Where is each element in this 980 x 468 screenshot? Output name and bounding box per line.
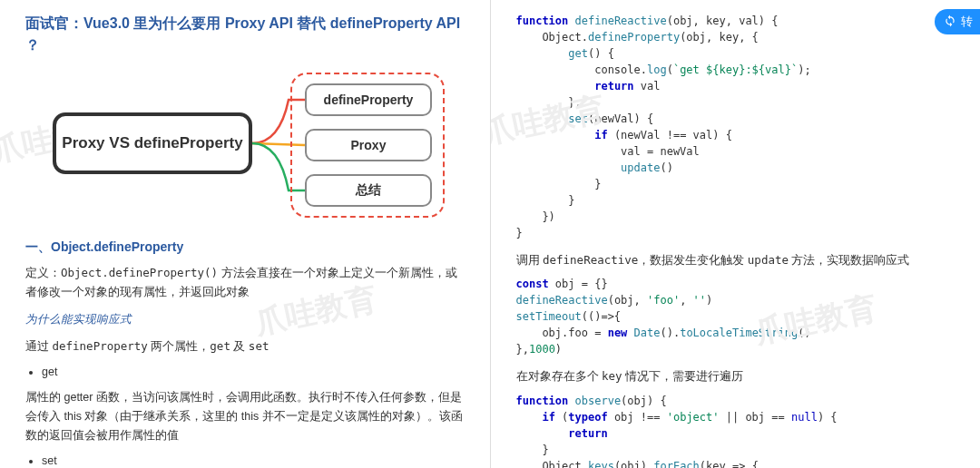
left-column: 爪哇教育 爪哇教育 面试官：Vue3.0 里为什么要用 Proxy API 替代… (0, 0, 491, 468)
diagram-item-defineproperty: defineProperty (305, 83, 432, 116)
via-paragraph: 通过 defineProperty 两个属性，get 及 set (25, 336, 465, 356)
diagram-main-box: Proxy VS defineProperty (53, 112, 252, 174)
bullet-set: set (42, 451, 465, 468)
paragraph-multiple-keys: 在对象存在多个 key 情况下，需要进行遍历 (516, 366, 956, 386)
get-description: 属性的 getter 函数，当访问该属性时，会调用此函数。执行时不传入任何参数，… (25, 388, 465, 446)
convert-button[interactable]: 转 (935, 9, 980, 34)
convert-button-label: 转 (961, 14, 973, 30)
section-heading-defineproperty: 一、Object.defineProperty (25, 239, 465, 256)
right-column: 爪哇教育 爪哇教育 function defineReactive(obj, k… (491, 0, 981, 468)
article-title: 面试官：Vue3.0 里为什么要用 Proxy API 替代 definePro… (25, 13, 465, 56)
code-block-2: const obj = {} defineReactive(obj, 'foo'… (516, 276, 956, 357)
why-reactive-heading: 为什么能实现响应式 (25, 310, 465, 329)
diagram-item-summary: 总结 (305, 174, 432, 207)
concept-diagram: Proxy VS defineProperty defineProperty P… (25, 69, 465, 223)
paragraph-call-definereactive: 调用 defineReactive，数据发生变化触发 update 方法，实现数… (516, 250, 956, 270)
code-block-3: function observe(obj) { if (typeof obj !… (516, 393, 956, 469)
convert-icon (944, 15, 956, 30)
diagram-item-proxy: Proxy (305, 129, 432, 161)
code-block-1: function defineReactive(obj, key, val) {… (516, 13, 956, 241)
definition-paragraph: 定义：Object.defineProperty() 方法会直接在一个对象上定义… (25, 263, 465, 303)
bullet-get: get (42, 362, 465, 383)
